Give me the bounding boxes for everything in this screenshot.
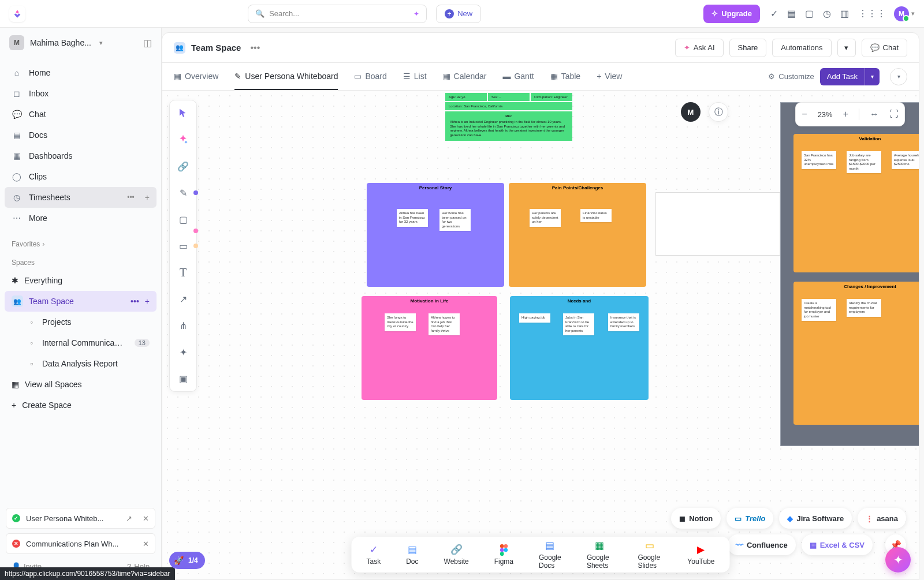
text-tool[interactable]: T: [176, 265, 190, 279]
video-icon[interactable]: ▢: [805, 8, 814, 19]
frame-pain-points[interactable]: Pain Points/Challenges Her parents are s…: [509, 183, 646, 287]
sidebar-create-space[interactable]: +Create Space: [5, 395, 157, 416]
link-tool[interactable]: 🔗: [176, 159, 190, 173]
tab-overview[interactable]: ▦Overview: [174, 63, 218, 90]
zoom-level[interactable]: 23%: [818, 110, 833, 119]
fit-width-button[interactable]: ↔: [870, 109, 879, 119]
sidebar-internal-comm[interactable]: ◦Internal Communicati...13: [5, 332, 157, 353]
notepad-icon[interactable]: ▥: [840, 8, 849, 19]
nav-chat[interactable]: 💬Chat: [5, 104, 157, 125]
diagram-tool[interactable]: ⋔: [176, 319, 190, 332]
recent-whiteboard-2[interactable]: ✕ Communications Plan Wh... ✕: [6, 533, 155, 554]
more-icon[interactable]: •••: [250, 43, 260, 53]
sticky-note[interactable]: Financial status is unstable: [580, 209, 612, 222]
fab-button[interactable]: ✦: [885, 547, 911, 572]
nav-clips[interactable]: ◯Clips: [5, 166, 157, 187]
sticky-note[interactable]: Average household expense is at $2500/mo: [892, 151, 919, 169]
sticky-note[interactable]: Jobs in San Francisco to be able to care…: [563, 313, 594, 335]
info-button[interactable]: ⓘ: [709, 102, 728, 122]
add-task-button[interactable]: Add Task: [820, 68, 865, 85]
tab-list[interactable]: ☰List: [403, 63, 427, 90]
image-tool[interactable]: ▣: [176, 372, 190, 386]
user-avatar[interactable]: M: [894, 6, 909, 21]
sidebar-projects[interactable]: ◦Projects: [5, 312, 157, 332]
nav-inbox[interactable]: ◻Inbox: [5, 83, 157, 104]
empty-shape[interactable]: [655, 192, 780, 256]
tab-gantt[interactable]: ▬Gantt: [502, 63, 534, 90]
nav-home[interactable]: ⌂Home: [5, 62, 157, 83]
sticky-note[interactable]: Identify the crucial requirements for em…: [847, 299, 881, 317]
dock-gdocs[interactable]: ▤Google Docs: [539, 540, 561, 570]
sticky-note[interactable]: Althea hopes to find a job that can help…: [429, 313, 460, 335]
sidebar-view-all[interactable]: ▦View all Spaces: [5, 374, 157, 395]
grid-icon[interactable]: ⋮⋮⋮: [858, 8, 886, 19]
recent-whiteboard-1[interactable]: ✓ User Persona Whiteb... ↗ ✕: [6, 508, 155, 529]
integration-confluence[interactable]: 〰Confluence: [728, 534, 796, 555]
frame-motivation[interactable]: Motivation in Life She longs to travel o…: [362, 296, 497, 400]
dock-doc[interactable]: ▤Doc: [406, 544, 418, 566]
sticky-note[interactable]: Her parents are solely dependent on her: [530, 209, 561, 227]
nav-more[interactable]: ⋯More: [5, 208, 157, 229]
favorites-label[interactable]: Favorites ›: [0, 233, 161, 252]
integration-excel[interactable]: ▦Excel & CSV: [802, 534, 873, 555]
collaborator-avatar[interactable]: M: [681, 102, 701, 122]
ai-tool[interactable]: [176, 133, 190, 147]
more-icon[interactable]: •••: [131, 297, 139, 306]
new-button[interactable]: + New: [436, 5, 481, 23]
app-logo[interactable]: [9, 6, 25, 22]
sidebar-everything[interactable]: ✱Everything: [5, 270, 157, 291]
close-icon[interactable]: ✕: [143, 514, 149, 523]
customize-button[interactable]: ⚙Customize: [768, 72, 814, 81]
search-input[interactable]: 🔍 Search... ✦: [248, 5, 427, 23]
ai-sparkle-icon[interactable]: ✦: [413, 10, 419, 18]
right-panel[interactable]: Validation San Francisco has 32% unemplo…: [780, 102, 919, 446]
automations-dropdown[interactable]: ▾: [837, 39, 856, 57]
dock-website[interactable]: 🔗Website: [444, 544, 469, 566]
fullscreen-button[interactable]: ⛶: [889, 109, 899, 119]
close-icon[interactable]: ✕: [143, 540, 149, 548]
share-button[interactable]: Share: [729, 39, 767, 57]
sticky-note[interactable]: Her home has been passed on for two gene…: [439, 209, 471, 231]
dock-figma[interactable]: Figma: [494, 544, 513, 566]
automations-button[interactable]: Automations: [772, 39, 831, 57]
tab-add-view[interactable]: +View: [597, 63, 622, 90]
collapse-sidebar-icon[interactable]: ◫: [143, 38, 152, 48]
sidebar-data-report[interactable]: ▫Data Analysis Report: [5, 353, 157, 374]
integration-trello[interactable]: ▭Trello: [726, 508, 773, 529]
more-icon[interactable]: •••: [127, 193, 135, 201]
nav-dashboards[interactable]: ▦Dashboards: [5, 145, 157, 166]
clock-icon[interactable]: ◷: [823, 8, 831, 19]
chat-button[interactable]: 💬Chat: [862, 39, 907, 57]
workspace-switcher[interactable]: M Mahima Baghe... ▾ ◫: [0, 28, 161, 58]
dock-task[interactable]: ✓Task: [367, 544, 381, 566]
more-button[interactable]: ▾: [890, 68, 907, 85]
nav-docs[interactable]: ▤Docs: [5, 125, 157, 145]
bio-card[interactable]: Age: 32 yo Sex: - Occupation: Engineer L…: [445, 93, 572, 141]
onboarding-pill[interactable]: 🚀 1/4: [169, 552, 205, 569]
nav-timesheets[interactable]: ◷Timesheets•••+: [5, 187, 157, 208]
chevron-down-icon[interactable]: ▾: [911, 10, 915, 17]
dock-gslides[interactable]: ▭Google Slides: [638, 540, 662, 570]
integration-asana[interactable]: ⋮asana: [858, 508, 906, 529]
sticky-tool[interactable]: ▭: [176, 239, 190, 253]
plus-icon[interactable]: +: [145, 297, 150, 306]
frame-validation[interactable]: Validation San Francisco has 32% unemplo…: [793, 134, 919, 272]
tab-calendar[interactable]: ▦Calendar: [443, 63, 487, 90]
connector-tool[interactable]: ↗: [176, 292, 190, 306]
dock-gsheets[interactable]: ▦Google Sheets: [587, 540, 613, 570]
sticky-note[interactable]: She longs to travel outside the city or …: [385, 313, 416, 331]
open-external-icon[interactable]: ↗: [126, 514, 132, 523]
upgrade-button[interactable]: ✧ Upgrade: [703, 5, 760, 23]
zoom-in-button[interactable]: +: [843, 109, 848, 119]
sidebar-team-space[interactable]: 👥Team Space•••+: [5, 291, 157, 312]
sticky-note[interactable]: Create a matchmaking tool for employer a…: [802, 299, 836, 321]
tab-board[interactable]: ▭Board: [354, 63, 386, 90]
ask-ai-button[interactable]: ✦Ask AI: [675, 39, 724, 57]
sticky-note[interactable]: High paying job: [519, 313, 550, 323]
effects-tool[interactable]: ✦: [176, 345, 190, 359]
check-circle-icon[interactable]: ✓: [770, 8, 778, 19]
whiteboard-canvas[interactable]: 🔗 ✎ ▢ ▭ T ↗ ⋔ ✦ ▣ Age: 32 yo Sex: - Occu…: [162, 91, 919, 579]
add-task-dropdown[interactable]: ▾: [865, 68, 880, 85]
tab-table[interactable]: ▦Table: [550, 63, 580, 90]
sticky-note[interactable]: Insurance that is extended up to family …: [608, 313, 639, 331]
